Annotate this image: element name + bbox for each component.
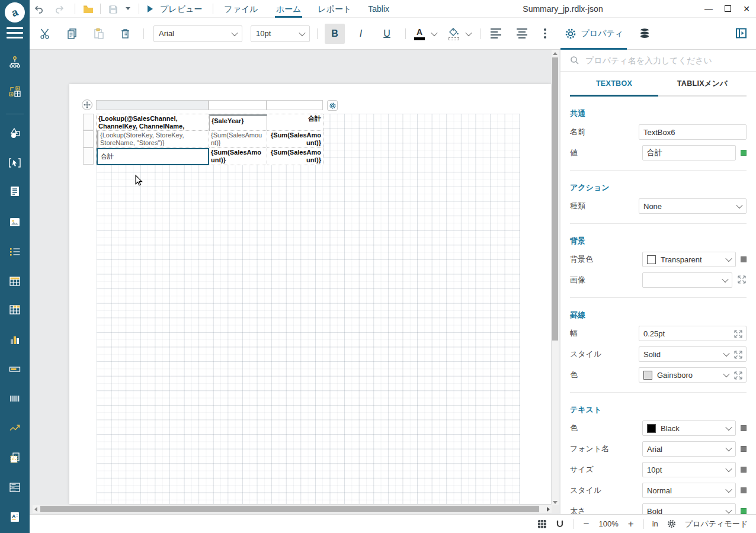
save-dropdown-caret[interactable] xyxy=(126,7,130,10)
vertical-scrollbar[interactable] xyxy=(552,50,559,506)
align-center-icon[interactable] xyxy=(517,28,527,38)
tablix-cell-r2c1[interactable]: {Lookup(StoreKey, StoreKey, StoreName, "… xyxy=(97,131,209,148)
property-state-indicator[interactable] xyxy=(741,256,747,262)
property-state-indicator[interactable] xyxy=(741,487,747,493)
tablix-cell-r1c1[interactable]: {Lookup(@SalesChannel, ChannelKey, Chann… xyxy=(97,114,209,131)
tab-tablix-member[interactable]: TABLIXメンバ xyxy=(658,72,747,97)
property-mode-button[interactable]: プロパティモード xyxy=(685,519,748,529)
fill-color-button[interactable] xyxy=(449,28,459,40)
scroll-down-icon[interactable] xyxy=(553,501,558,504)
minimize-button[interactable]: — xyxy=(704,4,713,14)
text-color-dropdown-icon[interactable] xyxy=(431,29,437,36)
scroll-up-icon[interactable] xyxy=(553,52,558,55)
report-body-grid[interactable] xyxy=(97,114,520,504)
data-sources-icon[interactable] xyxy=(639,27,651,40)
property-state-indicator[interactable] xyxy=(741,425,747,431)
hamburger-menu-icon[interactable] xyxy=(7,27,23,39)
menu-tablix[interactable]: Tablix xyxy=(366,0,392,18)
list-tool-icon[interactable] xyxy=(8,245,21,258)
tablix-cell-r2c2[interactable]: {Sum(SalesAmount)} xyxy=(209,131,267,148)
delete-trash-icon[interactable] xyxy=(119,27,132,40)
tablix[interactable]: {Lookup(@SalesChannel, ChannelKey, Chann… xyxy=(96,114,323,165)
scroll-right-icon[interactable] xyxy=(547,507,550,512)
hierarchy-icon[interactable] xyxy=(8,56,21,69)
tablix-cell-r3c2[interactable]: {Sum(SalesAmount)} xyxy=(209,148,267,165)
table-tool-icon[interactable] xyxy=(8,275,21,288)
text-color-select[interactable]: Black xyxy=(642,420,736,436)
font-size-select[interactable]: 10pt xyxy=(642,462,736,477)
zoom-in-button[interactable]: + xyxy=(627,518,635,530)
insert-controls-icon[interactable] xyxy=(8,85,21,98)
row-handle-2[interactable] xyxy=(83,130,94,147)
menu-preview[interactable]: プレビュー xyxy=(158,0,204,18)
font-name-combo[interactable]: Arial xyxy=(153,25,242,42)
fill-color-dropdown-icon[interactable] xyxy=(465,29,472,36)
font-size-combo[interactable]: 10pt xyxy=(251,25,310,42)
font-style-select[interactable]: Normal xyxy=(642,483,736,498)
border-color-select[interactable]: Gainsboro xyxy=(639,367,747,383)
border-style-select[interactable]: Solid xyxy=(639,346,747,362)
bold-button[interactable]: B xyxy=(325,24,345,44)
save-icon[interactable] xyxy=(108,4,118,15)
menu-file[interactable]: ファイル xyxy=(222,0,260,18)
scroll-left-icon[interactable] xyxy=(34,507,37,512)
menu-home[interactable]: ホーム xyxy=(274,0,304,18)
chart-tool-icon[interactable] xyxy=(8,333,21,346)
open-folder-icon[interactable] xyxy=(82,4,93,15)
select-cursor-icon[interactable] xyxy=(8,156,21,169)
image-tool-icon[interactable] xyxy=(8,216,21,229)
design-canvas[interactable]: {Lookup(@SalesChannel, ChannelKey, Chann… xyxy=(30,50,560,514)
sparkline-tool-icon[interactable] xyxy=(8,422,21,435)
bandedlist-tool-icon[interactable] xyxy=(8,481,21,494)
property-state-indicator[interactable] xyxy=(741,508,747,514)
column-handle-1[interactable] xyxy=(96,100,209,110)
vertical-scroll-thumb[interactable] xyxy=(552,57,558,341)
paste-icon[interactable] xyxy=(92,27,105,40)
tablix-cell-r3c3[interactable]: {Sum(SalesAmount)} xyxy=(267,148,323,165)
row-handle-1[interactable] xyxy=(83,114,94,130)
richtext-tool-icon[interactable]: A xyxy=(8,510,21,524)
properties-panel-button[interactable]: プロパティ xyxy=(564,18,624,50)
tab-textbox[interactable]: TEXTBOX xyxy=(570,72,658,97)
expand-editor-icon[interactable] xyxy=(733,371,743,382)
font-name-select[interactable]: Arial xyxy=(642,441,736,457)
column-handle-2[interactable] xyxy=(209,100,267,110)
cut-icon[interactable] xyxy=(39,27,52,40)
more-options-icon[interactable] xyxy=(542,26,549,41)
expand-editor-icon[interactable] xyxy=(733,350,743,361)
maximize-button[interactable] xyxy=(723,4,732,14)
text-color-button[interactable]: A xyxy=(414,28,425,40)
unit-selector[interactable]: in xyxy=(652,519,658,528)
undo-icon[interactable] xyxy=(33,4,44,15)
tablix-move-handle-icon[interactable] xyxy=(82,99,92,110)
tablix-cell-r3c1-selected[interactable]: 合計 xyxy=(97,148,209,165)
subreport-tool-icon[interactable] xyxy=(8,451,21,464)
column-handle-3[interactable] xyxy=(267,100,323,110)
bullet-tool-icon[interactable] xyxy=(8,362,21,375)
property-state-indicator[interactable] xyxy=(741,467,747,473)
close-button[interactable]: ✕ xyxy=(742,4,751,14)
align-left-icon[interactable] xyxy=(491,28,501,38)
barcode-tool-icon[interactable] xyxy=(8,392,21,405)
menu-report[interactable]: レポート xyxy=(315,0,354,18)
name-input[interactable]: TextBox6 xyxy=(639,124,747,140)
expand-editor-icon[interactable] xyxy=(737,275,747,286)
app-logo-icon[interactable]: a xyxy=(5,2,25,23)
tablix-cell-r1c3[interactable]: 合計 xyxy=(267,114,323,131)
underline-button[interactable]: U xyxy=(377,24,397,44)
property-state-indicator[interactable] xyxy=(741,446,747,452)
font-weight-select[interactable]: Bold xyxy=(642,503,736,514)
horizontal-scrollbar[interactable] xyxy=(33,505,552,513)
italic-button[interactable]: I xyxy=(351,24,371,44)
expand-editor-icon[interactable] xyxy=(733,329,743,341)
tablix-cell-r1c2[interactable]: {SaleYear} xyxy=(209,114,267,131)
backimage-select[interactable] xyxy=(642,272,732,288)
tablix-cell-r2c3[interactable]: {Sum(SalesAmount)} xyxy=(267,131,323,148)
horizontal-scroll-thumb[interactable] xyxy=(40,506,539,512)
gear-icon[interactable] xyxy=(667,519,677,529)
tablix-settings-gear-icon[interactable] xyxy=(327,100,338,111)
value-input[interactable]: 合計 xyxy=(642,145,736,160)
property-state-indicator[interactable] xyxy=(741,150,747,156)
textbox-tool-icon[interactable] xyxy=(8,185,21,198)
action-type-select[interactable]: None xyxy=(639,198,747,214)
